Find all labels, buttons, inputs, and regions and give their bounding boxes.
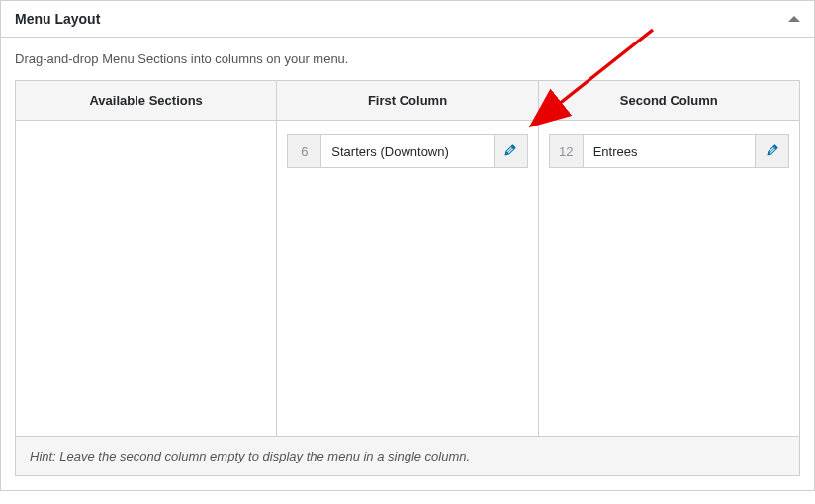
section-count-badge: 12 xyxy=(550,135,584,167)
panel-title: Menu Layout xyxy=(15,11,100,27)
column-header-first: First Column xyxy=(277,81,538,121)
section-count-badge: 6 xyxy=(288,135,321,167)
collapse-toggle-icon[interactable] xyxy=(788,16,800,22)
column-header-available: Available Sections xyxy=(16,81,277,121)
pencil-icon xyxy=(502,142,518,161)
hint-text: Hint: Leave the second column empty to d… xyxy=(16,437,800,476)
second-column-dropzone[interactable]: 12 Entrees xyxy=(538,121,799,437)
menu-layout-panel: Menu Layout Drag-and-drop Menu Sections … xyxy=(0,0,815,491)
pencil-icon xyxy=(765,142,780,161)
section-item[interactable]: 6 Starters (Downtown) xyxy=(287,134,527,168)
available-sections-dropzone[interactable] xyxy=(16,121,277,437)
panel-header: Menu Layout xyxy=(1,1,814,38)
layout-table: Available Sections First Column Second C… xyxy=(15,80,800,476)
column-header-second: Second Column xyxy=(538,81,799,121)
section-item[interactable]: 12 Entrees xyxy=(549,134,789,168)
instructions-text: Drag-and-drop Menu Sections into columns… xyxy=(15,51,800,66)
edit-section-button[interactable] xyxy=(494,135,527,167)
section-label: Starters (Downtown) xyxy=(321,135,493,167)
panel-body: Drag-and-drop Menu Sections into columns… xyxy=(1,38,814,490)
first-column-dropzone[interactable]: 6 Starters (Downtown) xyxy=(277,121,538,437)
edit-section-button[interactable] xyxy=(755,135,788,167)
section-label: Entrees xyxy=(584,135,755,167)
